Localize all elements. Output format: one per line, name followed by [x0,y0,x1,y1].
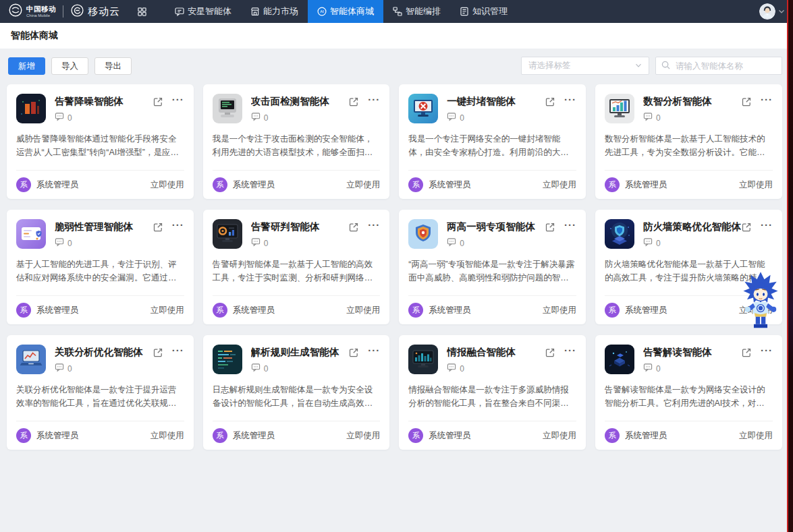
nav-item-orchestration[interactable]: 智能编排 [383,0,450,23]
page-title: 智能体商城 [11,30,58,42]
use-now-link[interactable]: 立即使用 [151,179,184,191]
import-button[interactable]: 导入 [51,57,88,75]
agent-description: 我是一个专注于攻击面检测的安全智能体，利用先进的大语言模型技术，能够全面扫描和分… [203,124,390,159]
comment-button[interactable]: 0 [643,363,741,375]
share-button[interactable] [741,347,752,358]
share-button[interactable] [741,96,752,107]
owner-name: 系统管理员 [625,305,667,316]
use-now-link[interactable]: 立即使用 [543,430,576,442]
owner-avatar: 系 [213,177,227,192]
comment-button[interactable]: 0 [447,112,545,124]
assistant-mascot[interactable] [740,269,782,334]
agent-card: 两高一弱专项智能体 0 [399,210,586,324]
share-button[interactable] [545,222,555,233]
nav-item-agent-mall[interactable]: AI 智能体商城 [308,0,383,23]
share-button[interactable] [545,347,555,358]
more-button[interactable] [564,96,576,103]
search-box [655,57,782,75]
china-mobile-logo: 中国移动 China Mobile [8,3,56,20]
more-button[interactable] [761,96,773,103]
owner-avatar: 系 [605,428,620,443]
agent-title: 一键封堵智能体 [447,94,545,107]
share-button[interactable] [153,96,163,107]
comment-button[interactable]: 0 [643,237,741,249]
more-button[interactable] [761,222,773,229]
use-now-link[interactable]: 立即使用 [739,430,773,442]
alert-noise-icon [16,94,46,123]
firewall-icon [605,219,634,249]
chat-bubble-icon [175,7,184,16]
agent-card: 告警解读智能体 0 [595,335,782,450]
share-button[interactable] [153,347,163,358]
agent-card: 解析规则生成智能体 0 [203,335,390,450]
owner-avatar: 系 [408,428,423,443]
agent-card: 关联分析优化智能体 0 [7,335,194,450]
use-now-link[interactable]: 立即使用 [346,430,380,442]
use-now-link[interactable]: 立即使用 [543,179,576,191]
share-button[interactable] [348,96,359,107]
more-button[interactable] [564,222,576,229]
comment-button[interactable]: 0 [55,112,153,124]
alert-interpret-icon [605,345,634,374]
toolbar: 新增 导入 导出 请选择标签 [0,49,793,75]
comment-button[interactable]: 0 [55,363,153,375]
apps-grid-icon[interactable] [138,7,146,16]
agent-card: 攻击面检测智能体 0 [203,84,390,199]
more-button[interactable] [368,96,380,103]
more-button[interactable] [172,347,184,354]
avatar-chevron-icon[interactable] [778,5,785,18]
owner-name: 系统管理员 [36,430,79,442]
search-input[interactable] [674,61,776,71]
more-button[interactable] [368,222,380,229]
add-button[interactable]: 新增 [8,57,45,75]
owner: 系 系统管理员 [605,428,667,443]
use-now-link[interactable]: 立即使用 [739,179,773,191]
comment-icon [643,112,653,124]
use-now-link[interactable]: 立即使用 [346,305,380,316]
logo-text-en: China Mobile [26,13,56,18]
vulnerability-icon [16,219,46,249]
comment-button[interactable]: 0 [643,112,741,124]
agent-title: 脆弱性管理智能体 [55,219,153,233]
agent-description: 告警解读智能体是一款专为网络安全设计的智能分析工具。它利用先进的AI技术，对设备… [595,375,782,410]
comment-icon [55,363,64,375]
share-button[interactable] [741,222,752,233]
more-button[interactable] [564,347,576,354]
comment-count: 0 [460,364,464,374]
comment-button[interactable]: 0 [251,363,349,375]
use-now-link[interactable]: 立即使用 [346,179,380,191]
use-now-link[interactable]: 立即使用 [543,305,576,316]
share-button[interactable] [348,347,359,358]
comment-button[interactable]: 0 [251,112,349,124]
tag-select[interactable]: 请选择标签 [521,57,649,75]
comment-button[interactable]: 0 [251,237,349,249]
more-button[interactable] [368,347,380,354]
use-now-link[interactable]: 立即使用 [151,305,184,316]
more-button[interactable] [172,96,184,103]
export-button[interactable]: 导出 [94,57,132,75]
correlation-icon [16,345,46,374]
parse-rule-icon [213,345,242,374]
comment-icon [251,363,261,375]
comment-button[interactable]: 0 [447,237,545,249]
share-button[interactable] [545,96,555,107]
ai-circle-icon: AI [317,7,327,16]
use-now-link[interactable]: 立即使用 [151,430,184,442]
comment-count: 0 [656,364,661,374]
comment-count: 0 [460,239,464,248]
comment-button[interactable]: 0 [447,363,545,375]
nav-item-capability-market[interactable]: 能力市场 [241,0,308,23]
more-button[interactable] [761,347,773,354]
share-button[interactable] [153,222,163,233]
user-avatar[interactable] [759,3,775,20]
main-nav: 安星智能体 能力市场 AI 智能体商城 智能编排 知识管理 [165,0,517,23]
more-button[interactable] [172,222,184,229]
agent-title: 解析规则生成智能体 [251,345,349,358]
nav-item-knowledge-mgmt[interactable]: 知识管理 [450,0,517,23]
share-button[interactable] [348,222,359,233]
intel-fusion-icon [408,345,438,374]
owner-avatar: 系 [213,303,227,318]
owner-name: 系统管理员 [429,179,471,191]
nav-item-anxing-agent[interactable]: 安星智能体 [165,0,241,23]
comment-button[interactable]: 0 [55,237,153,249]
